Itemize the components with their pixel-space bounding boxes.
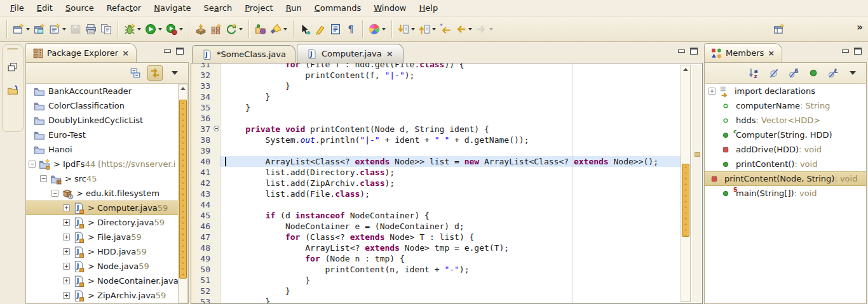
close-icon[interactable]: ×: [767, 49, 775, 57]
restore-views-button[interactable]: [3, 62, 23, 73]
link-with-editor-button[interactable]: [147, 65, 163, 81]
print-button[interactable]: [84, 20, 98, 38]
back-button[interactable]: [454, 20, 473, 38]
tree-item-ipdfs[interactable]: −> IpdFs 44 [https://svnserver.i: [26, 157, 178, 171]
overview-ruler-marker[interactable]: [695, 152, 700, 157]
tree-item-hdd.java[interactable]: +J> HDD.java 59: [26, 244, 178, 259]
close-icon[interactable]: ×: [121, 49, 130, 57]
menu-navigate[interactable]: Navigate: [147, 1, 197, 16]
scroll-up-arrow-icon[interactable]: [682, 67, 689, 73]
expand-icon[interactable]: +: [709, 88, 715, 95]
tree-item-src[interactable]: −> src 45: [26, 171, 178, 186]
editor-tab-someclass.java[interactable]: J*SomeClass.java: [192, 45, 295, 63]
color-palette-button[interactable]: [367, 20, 387, 38]
dropdown-arrow-icon[interactable]: [26, 28, 30, 30]
show-source-button[interactable]: [329, 20, 342, 38]
tree-item-edu.kit.filesystem[interactable]: −> edu.kit.filesystem: [26, 186, 178, 201]
tree-item-directory.java[interactable]: +J> Directory.java 59: [26, 215, 178, 230]
tree-item-node.java[interactable]: +J> Node.java 59: [26, 259, 178, 274]
import-button[interactable]: [194, 20, 208, 38]
last-edit-location-button[interactable]: *: [438, 20, 452, 38]
refresh-button[interactable]: [224, 20, 244, 38]
expand-icon[interactable]: +: [63, 248, 70, 255]
menu-project[interactable]: Project: [238, 1, 280, 16]
view-menu-button[interactable]: [845, 65, 860, 81]
dropdown-arrow-icon[interactable]: [468, 28, 472, 30]
show-whitespace-button[interactable]: ¶: [344, 20, 358, 38]
run-button[interactable]: [144, 20, 163, 38]
dropdown-arrow-icon[interactable]: [137, 28, 141, 30]
member-computername[interactable]: computerName : String: [705, 98, 866, 113]
menu-edit[interactable]: Edit: [31, 1, 59, 16]
fast-open-folder-button[interactable]: [3, 84, 23, 96]
search-flash-button[interactable]: [269, 20, 288, 38]
run-external-button[interactable]: [165, 20, 184, 38]
member-adddrivehdd[interactable]: addDrive(HDD) : void: [705, 142, 866, 157]
expand-icon[interactable]: +: [63, 277, 70, 284]
menu-run[interactable]: Run: [280, 1, 308, 16]
editor-tab-computer.java[interactable]: JComputer.java×: [297, 44, 403, 63]
expand-icon[interactable]: +: [63, 292, 70, 299]
member-importdeclarations[interactable]: +import declarations: [705, 84, 866, 98]
collapse-all-button[interactable]: [128, 65, 143, 81]
minimize-button[interactable]: [164, 50, 171, 53]
sort-button[interactable]: az: [747, 65, 762, 81]
open-type-button[interactable]: [254, 20, 268, 38]
scroll-up-arrow-icon[interactable]: [180, 86, 186, 92]
editor-scrollbar[interactable]: [681, 65, 691, 302]
pointer-button[interactable]: [298, 20, 312, 38]
hide-static-button[interactable]: S: [786, 65, 801, 81]
hide-non-public-button[interactable]: [806, 65, 821, 81]
package-explorer-tab[interactable]: Package Explorer ×: [25, 43, 137, 62]
dropdown-arrow-icon[interactable]: [62, 28, 66, 30]
tree-item-hanoi[interactable]: Hanoi: [26, 142, 178, 157]
member-computerstringhdd[interactable]: cComputer(String, HDD): [705, 128, 866, 142]
close-icon[interactable]: ×: [386, 50, 394, 58]
dropdown-arrow-icon[interactable]: [179, 28, 183, 30]
new-view-button[interactable]: [48, 20, 67, 38]
view-menu-button[interactable]: [167, 65, 182, 81]
open-perspective-button[interactable]: [772, 20, 786, 38]
member-printcontentnodestring[interactable]: printContent(Node, String) : void: [705, 171, 866, 186]
tree-item-computer.java[interactable]: +J> Computer.java 59: [26, 201, 178, 215]
tree-item-bankaccountreader[interactable]: BankAccountReader: [26, 84, 178, 98]
code-editor[interactable]: 31 for (File f : hdd.get(File.class)) {3…: [191, 63, 702, 303]
menu-file[interactable]: File: [4, 1, 31, 16]
tree-item-nodecontainer.java[interactable]: +J> NodeContainer.java 59: [26, 274, 178, 288]
fold-collapse-icon[interactable]: [214, 126, 219, 131]
menu-commands[interactable]: Commands: [308, 1, 368, 16]
prev-annotation-button[interactable]: [417, 20, 437, 38]
next-annotation-button[interactable]: [397, 20, 416, 38]
tree-item-eurotest[interactable]: Euro-Test: [26, 128, 178, 142]
maximize-button[interactable]: [854, 48, 862, 55]
menu-refactor[interactable]: Refactor: [100, 1, 148, 16]
minimize-button[interactable]: [842, 50, 849, 53]
dropdown-arrow-icon[interactable]: [283, 28, 287, 30]
expand-icon[interactable]: +: [63, 234, 70, 241]
member-hdds[interactable]: hdds : Vector<HDD>: [705, 113, 866, 128]
menu-window[interactable]: Window: [367, 1, 412, 16]
toolbar-overflow-chevron[interactable]: »: [857, 22, 863, 33]
maximize-button[interactable]: [176, 48, 184, 55]
hide-fields-button[interactable]: [766, 65, 782, 81]
copy-button[interactable]: [99, 20, 113, 38]
new-wizard-button[interactable]: [11, 20, 31, 38]
scrollbar-thumb[interactable]: [179, 100, 187, 279]
fastbar-grip[interactable]: [7, 48, 18, 50]
expand-icon[interactable]: +: [63, 204, 70, 211]
tree-item-file.java[interactable]: +J> File.java 59: [26, 230, 178, 244]
tree-item-colorclassification[interactable]: ColorClassification: [26, 98, 178, 113]
overview-ruler[interactable]: [693, 65, 701, 302]
maximize-button[interactable]: [690, 48, 698, 55]
menu-help[interactable]: Help: [413, 1, 445, 16]
collapse-icon[interactable]: −: [29, 161, 36, 168]
member-mainstring[interactable]: Smain(String[]) : void: [705, 186, 866, 201]
members-tab[interactable]: Members ×: [704, 43, 782, 62]
menu-search[interactable]: Search: [198, 1, 239, 16]
minimize-button[interactable]: [678, 50, 685, 53]
highlighter-button[interactable]: [313, 20, 327, 38]
hide-local-types-button[interactable]: L: [825, 65, 841, 81]
new-grid-button[interactable]: [209, 20, 223, 38]
expand-icon[interactable]: +: [63, 219, 70, 226]
save-button[interactable]: [69, 20, 83, 38]
